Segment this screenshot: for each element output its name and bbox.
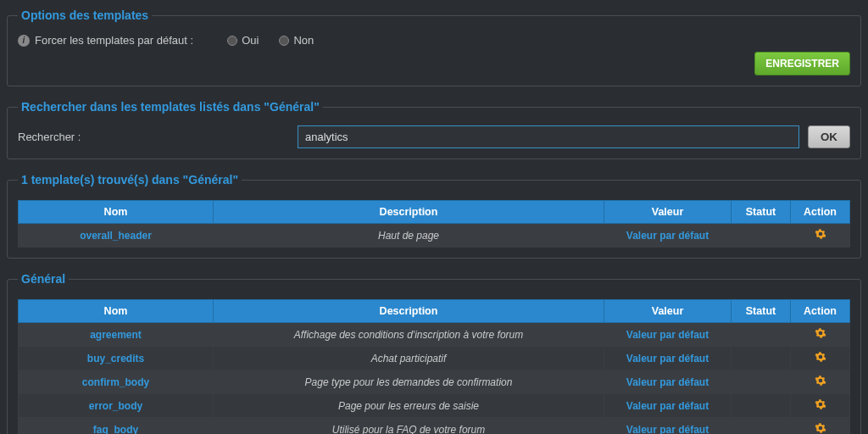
template-action-cell xyxy=(791,224,850,248)
table-row: agreementAffichage des conditions d'insc… xyxy=(19,323,850,347)
col-val: Valeur xyxy=(604,201,732,224)
force-default-label: i Forcer les templates par défaut : xyxy=(18,34,193,47)
value-link[interactable]: Valeur par défaut xyxy=(626,376,709,388)
search-panel: Rechercher dans les templates listés dan… xyxy=(7,100,861,159)
info-icon: i xyxy=(18,35,30,47)
template-desc-cell: Page type pour les demandes de confirmat… xyxy=(214,370,604,394)
general-table: Nom Description Valeur Statut Action agr… xyxy=(18,299,850,434)
search-input[interactable] xyxy=(298,125,799,148)
template-status-cell xyxy=(732,394,791,418)
template-status-cell xyxy=(732,370,791,394)
template-name-cell: confirm_body xyxy=(19,370,214,394)
gear-icon[interactable] xyxy=(815,398,826,410)
template-status-cell xyxy=(732,347,791,370)
template-name-cell: error_body xyxy=(19,394,214,418)
template-name-cell: agreement xyxy=(19,323,214,347)
gear-icon[interactable] xyxy=(815,375,826,387)
col-stat: Statut xyxy=(732,201,791,224)
col-val: Valeur xyxy=(604,300,732,323)
radio-yes[interactable]: Oui xyxy=(227,34,259,47)
col-desc: Description xyxy=(214,201,604,224)
search-label: Rechercher : xyxy=(18,131,289,143)
gear-icon[interactable] xyxy=(815,351,826,363)
template-link[interactable]: buy_credits xyxy=(87,353,144,364)
col-action: Action xyxy=(791,300,850,323)
col-action: Action xyxy=(791,201,850,224)
table-row: confirm_bodyPage type pour les demandes … xyxy=(19,370,850,394)
template-link[interactable]: faq_body xyxy=(93,424,138,435)
template-value-cell: Valeur par défaut xyxy=(604,347,732,370)
col-stat: Statut xyxy=(732,300,791,323)
template-desc-cell: Utilisé pour la FAQ de votre forum xyxy=(214,418,604,435)
options-legend: Options des templates xyxy=(18,8,152,22)
template-link[interactable]: overall_header xyxy=(80,230,152,242)
template-value-cell: Valeur par défaut xyxy=(604,394,732,418)
general-legend: Général xyxy=(18,272,69,286)
template-link[interactable]: error_body xyxy=(89,400,142,412)
template-desc-cell: Page pour les erreurs de saisie xyxy=(214,394,604,418)
force-default-radio-group: Oui Non xyxy=(227,34,314,47)
template-action-cell xyxy=(791,323,850,347)
radio-no[interactable]: Non xyxy=(279,34,314,47)
col-name: Nom xyxy=(19,300,214,323)
template-value-cell: Valeur par défaut xyxy=(604,370,732,394)
template-name-cell: faq_body xyxy=(19,418,214,435)
options-panel: Options des templates i Forcer les templ… xyxy=(7,8,861,86)
template-status-cell xyxy=(732,418,791,435)
col-name: Nom xyxy=(19,201,214,224)
template-link[interactable]: agreement xyxy=(90,329,142,341)
value-link[interactable]: Valeur par défaut xyxy=(626,424,709,435)
template-name-cell: overall_header xyxy=(19,224,214,248)
table-row: faq_bodyUtilisé pour la FAQ de votre for… xyxy=(19,418,850,435)
template-action-cell xyxy=(791,394,850,418)
save-button[interactable]: ENREGISTRER xyxy=(754,52,850,75)
template-value-cell: Valeur par défaut xyxy=(604,323,732,347)
template-value-cell: Valeur par défaut xyxy=(604,224,732,248)
results-table: Nom Description Valeur Statut Action ove… xyxy=(18,200,850,248)
template-desc-cell: Affichage des conditions d'inscription à… xyxy=(214,323,604,347)
col-desc: Description xyxy=(214,300,604,323)
results-legend: 1 template(s) trouvé(s) dans "Général" xyxy=(18,173,242,186)
template-name-cell: buy_credits xyxy=(19,347,214,370)
template-value-cell: Valeur par défaut xyxy=(604,418,732,435)
template-action-cell xyxy=(791,347,850,370)
value-link[interactable]: Valeur par défaut xyxy=(626,400,709,412)
table-row: error_bodyPage pour les erreurs de saisi… xyxy=(19,394,850,418)
gear-icon[interactable] xyxy=(815,228,826,240)
search-legend: Rechercher dans les templates listés dan… xyxy=(18,100,323,114)
value-link[interactable]: Valeur par défaut xyxy=(626,329,709,341)
value-link[interactable]: Valeur par défaut xyxy=(626,353,709,364)
table-row: overall_headerHaut de pageValeur par déf… xyxy=(19,224,850,248)
search-ok-button[interactable]: OK xyxy=(808,125,850,148)
template-status-cell xyxy=(732,323,791,347)
gear-icon[interactable] xyxy=(815,422,826,434)
table-row: buy_creditsAchat participatifValeur par … xyxy=(19,347,850,370)
gear-icon[interactable] xyxy=(815,327,826,339)
template-desc-cell: Achat participatif xyxy=(214,347,604,370)
template-desc-cell: Haut de page xyxy=(214,224,604,248)
radio-icon xyxy=(227,36,237,46)
value-link[interactable]: Valeur par défaut xyxy=(626,230,709,242)
template-status-cell xyxy=(732,224,791,248)
template-action-cell xyxy=(791,418,850,435)
results-panel: 1 template(s) trouvé(s) dans "Général" N… xyxy=(7,173,861,259)
general-panel: Général Nom Description Valeur Statut Ac… xyxy=(7,272,861,434)
template-action-cell xyxy=(791,370,850,394)
radio-icon xyxy=(279,36,289,46)
template-link[interactable]: confirm_body xyxy=(82,376,149,388)
